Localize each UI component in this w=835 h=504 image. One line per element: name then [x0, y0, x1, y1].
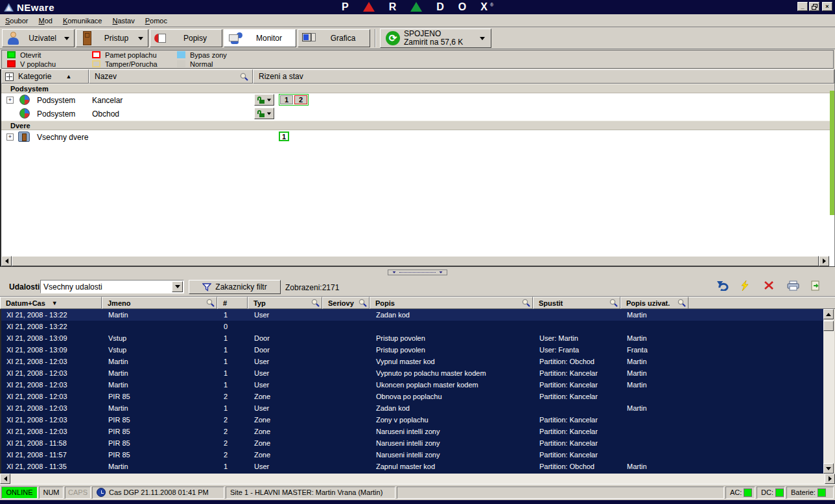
column-header-rizeni-a-stav[interactable]: Rizeni a stav — [253, 69, 834, 84]
arm-disarm-dropdown-button[interactable] — [254, 94, 274, 106]
column-header-spustit[interactable]: Spustit — [533, 297, 620, 309]
event-cell-popis_uzivat — [622, 449, 690, 461]
scroll-left-button[interactable] — [1, 256, 12, 266]
search-icon[interactable] — [677, 299, 686, 307]
column-header-num[interactable]: # — [217, 297, 248, 309]
event-cell-spustit — [534, 402, 622, 414]
column-label: Spustit — [539, 299, 563, 307]
scrollbar-thumb[interactable] — [12, 256, 819, 266]
event-row[interactable]: XI 21, 2008 - 13:09Vstup1DoorPristup pov… — [1, 332, 823, 344]
column-header-typ[interactable]: Typ — [248, 297, 322, 309]
event-cell-spustit: Partition: Kancelar — [534, 414, 622, 426]
arm-disarm-dropdown-button[interactable] — [254, 108, 274, 119]
grafica-button[interactable]: Grafica — [298, 29, 370, 47]
column-header-seriovy[interactable]: Seriovy — [322, 297, 370, 309]
brand-letter: R — [389, 1, 397, 13]
tree-row-vsechny-dvere[interactable]: + Vsechny dvere 1 — [1, 130, 834, 144]
lightning-icon[interactable] — [740, 281, 753, 292]
scroll-right-button[interactable] — [819, 256, 829, 266]
event-cell-typ: User — [249, 356, 323, 367]
menu-komunikace[interactable]: Komunikace — [58, 16, 108, 26]
event-row[interactable]: XI 21, 2008 - 12:03PIR 852ZoneNaruseni i… — [1, 426, 823, 437]
search-icon[interactable] — [311, 299, 320, 307]
delete-icon[interactable] — [764, 281, 777, 292]
grafica-label: Grafica — [316, 34, 370, 43]
scroll-right-button[interactable] — [825, 474, 835, 484]
row-kategorie: Vsechny dvere — [37, 133, 88, 142]
event-row[interactable]: XI 21, 2008 - 13:09Vstup1DoorPristup pov… — [1, 344, 823, 356]
event-filter-combobox[interactable]: Vsechny udalosti — [40, 280, 184, 293]
scroll-up-button[interactable] — [823, 309, 834, 319]
scrollbar-thumb[interactable] — [823, 321, 834, 331]
event-row[interactable]: XI 21, 2008 - 13:22Martin1UserZadan kodM… — [1, 309, 823, 321]
connection-button[interactable]: ⟳ SPOJENO Zamirit na 57,6 K — [380, 29, 491, 48]
events-vertical-scrollbar[interactable] — [823, 309, 834, 474]
search-icon[interactable] — [240, 73, 248, 81]
scrollbar-track[interactable] — [10, 474, 825, 484]
custom-filter-button[interactable]: Zakaznicky filtr — [189, 280, 281, 294]
event-row[interactable]: XI 21, 2008 - 12:03Martin1UserZadan kodM… — [1, 402, 823, 414]
column-header-kategorie[interactable]: Kategorie ▲ — [1, 69, 89, 84]
minimize-button[interactable]: _ — [797, 2, 808, 11]
close-button[interactable]: × — [822, 2, 832, 11]
menu-mod[interactable]: Mod — [33, 16, 57, 26]
legend-label: V poplachu — [20, 60, 56, 68]
search-icon[interactable] — [609, 299, 618, 307]
export-icon[interactable] — [810, 281, 823, 292]
column-header-jmeno[interactable]: Jmeno — [102, 297, 217, 309]
pane-splitter[interactable] — [0, 266, 835, 277]
menu-pomoc[interactable]: Pomoc — [140, 16, 172, 26]
events-horizontal-scrollbar[interactable] — [0, 474, 835, 484]
scroll-down-button[interactable] — [823, 463, 834, 474]
print-icon[interactable] — [787, 281, 800, 292]
restore-button[interactable] — [809, 2, 819, 11]
event-row[interactable]: XI 21, 2008 - 12:03Martin1UserVypnul mas… — [1, 356, 823, 367]
event-cell-popis_uzivat: Martin — [622, 332, 690, 344]
chevron-down-icon — [266, 112, 270, 115]
status-bar: ONLINE NUM CAPS Cas DGP 21.11.2008 01:41… — [0, 484, 835, 500]
event-cell-num: 2 — [218, 391, 249, 402]
event-cell-jmeno — [103, 321, 218, 332]
expand-icon[interactable]: + — [6, 97, 14, 104]
combobox-dropdown-button[interactable] — [172, 281, 183, 292]
event-row[interactable]: XI 21, 2008 - 12:03Martin1UserUkoncen po… — [1, 379, 823, 391]
partition-icon — [19, 95, 30, 105]
unlocked-padlock-icon — [257, 97, 265, 104]
custom-filter-label: Zakaznicky filtr — [215, 282, 266, 292]
popisy-button[interactable]: Popisy — [150, 29, 222, 47]
search-icon[interactable] — [359, 299, 367, 307]
search-icon[interactable] — [206, 299, 215, 307]
event-row[interactable]: XI 21, 2008 - 13:220 — [1, 321, 823, 332]
event-row[interactable]: XI 21, 2008 - 12:03PIR 852ZoneObnova po … — [1, 391, 823, 402]
tree-row-obchod[interactable]: Podsystem Obchod — [1, 107, 834, 120]
event-row[interactable]: XI 21, 2008 - 12:03PIR 852ZoneZony v pop… — [1, 414, 823, 426]
event-row[interactable]: XI 21, 2008 - 11:58PIR 852ZoneNaruseni i… — [1, 437, 823, 449]
scroll-left-button[interactable] — [0, 474, 10, 484]
splitter-collapse-handle[interactable] — [388, 269, 447, 275]
event-row[interactable]: XI 21, 2008 - 12:03Martin1UserVypnuto po… — [1, 367, 823, 379]
tree-horizontal-scrollbar[interactable] — [1, 256, 829, 266]
vertical-scrollbar-thumb[interactable] — [830, 91, 834, 215]
pristup-button[interactable]: Pristup — [76, 29, 148, 47]
tree-row-kancelar[interactable]: + Podsystem Kancelar 1 2 — [1, 93, 834, 107]
column-header-popis-uzivat[interactable]: Popis uzivat. — [620, 297, 688, 309]
menu-nastav[interactable]: Nastav — [107, 16, 139, 26]
event-cell-datetime: XI 21, 2008 - 11:58 — [1, 437, 103, 449]
column-header-nazev[interactable]: Nazev — [89, 69, 253, 84]
uzivatel-button[interactable]: Uzivatel — [2, 29, 75, 47]
monitor-button[interactable]: Monitor — [224, 29, 296, 47]
menu-soubor[interactable]: Soubor — [0, 16, 33, 26]
restore-icon — [812, 4, 817, 10]
search-icon[interactable] — [522, 299, 530, 307]
event-row[interactable]: XI 21, 2008 - 11:35Martin1UserZapnul mas… — [1, 461, 823, 472]
legend-list: OtevritV poplachuPamet poplachuTamper/Po… — [1, 50, 834, 69]
column-header-datum-cas[interactable]: Datum+Cas ▼ — [0, 297, 102, 309]
refresh-icon[interactable] — [717, 281, 730, 292]
expand-all-icon[interactable] — [5, 73, 14, 81]
column-header-popis[interactable]: Popis — [370, 297, 533, 309]
expand-icon[interactable]: + — [6, 133, 14, 141]
user-icon — [6, 31, 21, 45]
event-row[interactable]: XI 21, 2008 - 11:57PIR 852ZoneNaruseni i… — [1, 449, 823, 461]
window-bottom-edge — [0, 500, 835, 504]
event-cell-popis — [371, 321, 534, 332]
